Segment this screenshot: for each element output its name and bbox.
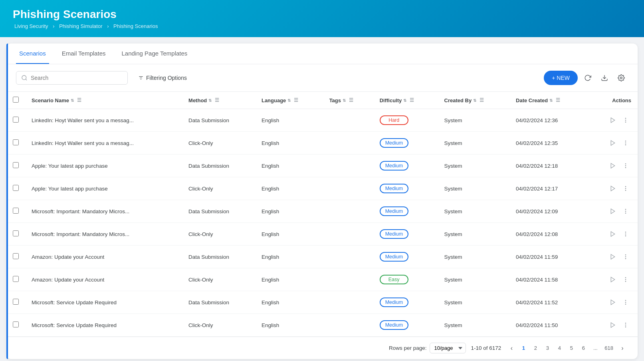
cell-scenario-name: Apple: Your latest app purchase	[25, 177, 182, 200]
run-scenario-button[interactable]	[607, 319, 618, 331]
row-checkbox[interactable]	[13, 230, 19, 236]
more-icon	[622, 208, 629, 214]
new-button[interactable]: + NEW	[544, 71, 578, 85]
difficulty-filter[interactable]: ☰	[410, 97, 414, 103]
refresh-icon	[584, 74, 591, 81]
run-scenario-button[interactable]	[607, 206, 618, 217]
row-checkbox[interactable]	[13, 162, 19, 168]
table-row: Amazon: Update your Account Data Submiss…	[6, 246, 638, 268]
row-checkbox-cell[interactable]	[6, 132, 25, 155]
scenario-name-sort[interactable]: ⇅	[71, 98, 74, 103]
row-checkbox-cell[interactable]	[6, 109, 25, 132]
row-checkbox[interactable]	[13, 321, 19, 327]
cell-method: Click-Only	[182, 132, 255, 155]
select-all-checkbox[interactable]	[13, 97, 19, 103]
created-by-filter[interactable]: ☰	[480, 97, 484, 103]
created-by-sort[interactable]: ⇅	[473, 98, 476, 103]
row-checkbox-cell[interactable]	[6, 246, 25, 268]
svg-point-45	[625, 325, 626, 325]
rows-per-page-label: Rows per page:	[389, 345, 427, 351]
row-checkbox-cell[interactable]	[6, 223, 25, 246]
row-checkbox[interactable]	[13, 208, 19, 214]
language-filter[interactable]: ☰	[294, 97, 298, 103]
method-sort[interactable]: ⇅	[208, 98, 212, 103]
more-actions-button[interactable]	[620, 115, 631, 126]
tags-filter[interactable]: ☰	[349, 97, 353, 103]
search-input[interactable]	[31, 75, 123, 81]
difficulty-sort[interactable]: ⇅	[403, 98, 406, 103]
more-actions-button[interactable]	[620, 251, 631, 262]
row-checkbox[interactable]	[13, 276, 19, 282]
row-checkbox-cell[interactable]	[6, 177, 25, 200]
download-button[interactable]	[598, 71, 611, 85]
page-4-button[interactable]: 4	[554, 343, 565, 353]
date-created-filter[interactable]: ☰	[556, 97, 560, 103]
cell-difficulty: Medium	[373, 314, 438, 337]
run-scenario-button[interactable]	[607, 160, 618, 171]
tags-sort[interactable]: ⇅	[343, 98, 346, 103]
more-actions-button[interactable]	[620, 183, 631, 194]
row-checkbox[interactable]	[13, 185, 19, 191]
cell-difficulty: Medium	[373, 132, 438, 155]
table-row: LinkedIn: Hoyt Waller sent you a messag.…	[6, 109, 638, 132]
language-sort[interactable]: ⇅	[287, 98, 291, 103]
cell-created-by: System	[438, 109, 510, 132]
run-scenario-button[interactable]	[607, 183, 618, 194]
cell-method: Data Submission	[182, 291, 255, 314]
row-checkbox[interactable]	[13, 117, 19, 123]
svg-point-13	[625, 143, 626, 143]
run-scenario-button[interactable]	[607, 228, 618, 240]
row-checkbox[interactable]	[13, 253, 19, 259]
tab-landing-page-templates[interactable]: Landing Page Templates	[118, 44, 190, 64]
select-all-header[interactable]	[6, 92, 25, 109]
more-actions-button[interactable]	[620, 206, 631, 217]
more-actions-button[interactable]	[620, 137, 631, 149]
svg-point-28	[625, 232, 626, 232]
tab-scenarios[interactable]: Scenarios	[16, 44, 49, 64]
cell-date-created: 04/02/2024 11:50	[509, 314, 587, 337]
run-scenario-button[interactable]	[607, 137, 618, 149]
svg-point-41	[625, 302, 626, 302]
more-actions-button[interactable]	[620, 297, 631, 308]
svg-point-30	[625, 236, 626, 236]
prev-page-button[interactable]: ‹	[506, 343, 517, 353]
settings-button[interactable]	[614, 71, 628, 85]
row-checkbox-cell[interactable]	[6, 291, 25, 314]
row-checkbox[interactable]	[13, 139, 19, 145]
cell-date-created: 04/02/2024 12:18	[509, 155, 587, 177]
table-row: Amazon: Update your Account Click-Only E…	[6, 268, 638, 291]
row-checkbox-cell[interactable]	[6, 314, 25, 337]
more-icon	[622, 140, 629, 146]
filtering-options-button[interactable]: Filtering Options	[133, 71, 192, 84]
more-actions-button[interactable]	[620, 319, 631, 331]
next-page-button[interactable]: ›	[617, 343, 628, 353]
page-last-button[interactable]: 618	[602, 343, 616, 353]
table-header-row: Scenario Name ⇅ ☰ Method ⇅ ☰	[6, 92, 638, 109]
refresh-button[interactable]	[581, 71, 594, 85]
more-actions-button[interactable]	[620, 274, 631, 285]
page-2-button[interactable]: 2	[530, 343, 541, 353]
more-actions-button[interactable]	[620, 160, 631, 171]
date-created-sort[interactable]: ⇅	[549, 98, 553, 103]
run-scenario-button[interactable]	[607, 297, 618, 308]
tab-email-templates[interactable]: Email Templates	[59, 44, 109, 64]
run-scenario-button[interactable]	[607, 274, 618, 285]
svg-point-36	[625, 278, 626, 278]
run-scenario-button[interactable]	[607, 115, 618, 126]
page-1-button[interactable]: 1	[518, 343, 529, 353]
rows-per-page-select[interactable]: 10/page 25/page 50/page 100/page	[430, 343, 466, 353]
row-checkbox[interactable]	[13, 299, 19, 305]
row-checkbox-cell[interactable]	[6, 155, 25, 177]
row-checkbox-cell[interactable]	[6, 268, 25, 291]
page-3-button[interactable]: 3	[542, 343, 553, 353]
page-range-info: 1-10 of 6172	[471, 345, 501, 351]
method-filter[interactable]: ☰	[215, 97, 219, 103]
page-6-button[interactable]: 6	[578, 343, 589, 353]
run-scenario-button[interactable]	[607, 251, 618, 262]
more-actions-button[interactable]	[620, 228, 631, 240]
scenario-name-filter[interactable]: ☰	[77, 97, 81, 103]
cell-tags	[323, 314, 373, 337]
cell-actions	[587, 223, 638, 246]
page-5-button[interactable]: 5	[566, 343, 577, 353]
row-checkbox-cell[interactable]	[6, 200, 25, 223]
